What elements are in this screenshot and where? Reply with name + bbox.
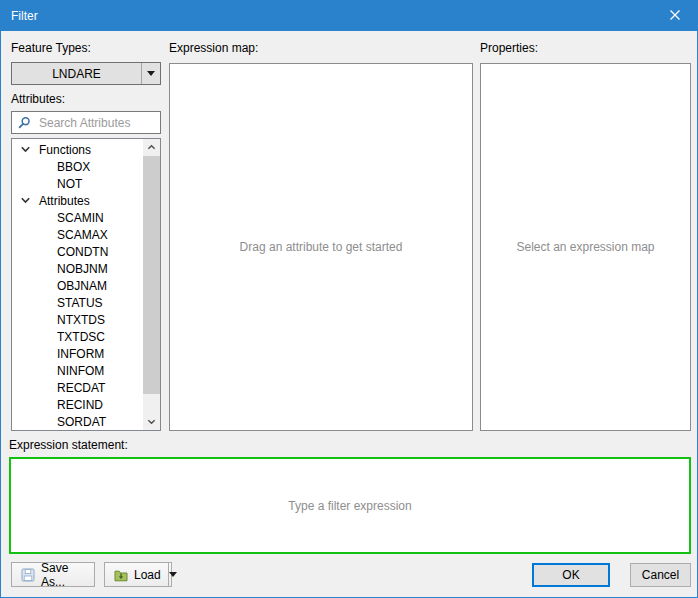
tree-item-attributes[interactable]: Attributes [12,192,160,209]
expression-map-label: Expression map: [169,41,258,55]
tree-item-label: RECIND [57,398,103,412]
tree-item-label: NOBJNM [57,262,108,276]
expression-map-panel[interactable]: Drag an attribute to get started [169,63,473,431]
tree-item-ninfom[interactable]: NINFOM [12,362,160,379]
window-title: Filter [11,1,38,31]
cancel-button[interactable]: Cancel [630,563,691,587]
tree-item-label: Functions [39,143,91,157]
tree-item-label: INFORM [57,347,104,361]
tree-scrollbar[interactable] [143,139,160,430]
attribute-search-box[interactable] [11,111,161,134]
tree-item-objnam[interactable]: OBJNAM [12,277,160,294]
expression-statement-label: Expression statement: [9,438,128,452]
expression-statement-input[interactable]: Type a filter expression [9,457,691,554]
tree-item-ntxtds[interactable]: NTXTDS [12,311,160,328]
tree-item-nobjnm[interactable]: NOBJNM [12,260,160,277]
filter-dialog: Filter Feature Types: LNDARE Attributes:… [0,0,698,598]
tree-item-bbox[interactable]: BBOX [12,158,160,175]
chevron-down-icon [169,572,177,577]
properties-placeholder: Select an expression map [516,240,654,254]
load-folder-icon [114,568,128,582]
scroll-down-button[interactable] [143,413,160,430]
close-button[interactable] [652,1,697,31]
combo-dropdown-zone[interactable] [141,63,160,84]
tree-item-label: Attributes [39,194,90,208]
tree-item-label: STATUS [57,296,103,310]
tree-item-label: OBJNAM [57,279,107,293]
tree-item-label: CONDTN [57,245,108,259]
attributes-label: Attributes: [11,92,65,106]
expression-statement-placeholder: Type a filter expression [288,499,411,513]
load-dropdown-button[interactable] [168,563,177,586]
tree-item-sordat[interactable]: SORDAT [12,413,160,430]
feature-types-label: Feature Types: [11,41,91,55]
tree-item-label: NINFOM [57,364,104,378]
load-label: Load [134,568,161,582]
tree-item-label: RECDAT [57,381,105,395]
properties-panel: Select an expression map [480,63,691,431]
chevron-down-icon[interactable] [19,144,32,155]
scrollbar-thumb[interactable] [143,156,160,394]
cancel-label: Cancel [642,568,679,582]
close-icon [669,7,681,25]
tree-item-not[interactable]: NOT [12,175,160,192]
search-input[interactable] [37,115,156,131]
tree-item-condtn[interactable]: CONDTN [12,243,160,260]
tree-item-status[interactable]: STATUS [12,294,160,311]
search-icon [18,116,31,129]
tree-item-label: SCAMIN [57,211,104,225]
tree-item-label: SCAMAX [57,228,108,242]
tree-item-txtdsc[interactable]: TXTDSC [12,328,160,345]
attribute-tree: FunctionsBBOXNOTAttributesSCAMINSCAMAXCO… [11,138,161,431]
save-as-label: Save As... [41,561,85,589]
tree-item-functions[interactable]: Functions [12,141,160,158]
tree-item-scamin[interactable]: SCAMIN [12,209,160,226]
tree-item-recdat[interactable]: RECDAT [12,379,160,396]
tree-item-label: SORDAT [57,415,106,429]
tree-item-scamax[interactable]: SCAMAX [12,226,160,243]
tree-item-list: FunctionsBBOXNOTAttributesSCAMINSCAMAXCO… [12,141,160,430]
save-icon [21,568,35,582]
feature-type-selected-value: LNDARE [12,67,141,81]
expression-map-placeholder: Drag an attribute to get started [240,240,403,254]
tree-item-label: NTXTDS [57,313,105,327]
properties-label: Properties: [480,41,538,55]
titlebar: Filter [1,1,697,31]
tree-item-label: BBOX [57,160,90,174]
load-button[interactable]: Load [104,562,172,587]
ok-button[interactable]: OK [532,563,610,587]
tree-item-recind[interactable]: RECIND [12,396,160,413]
chevron-down-icon[interactable] [19,195,32,206]
tree-item-inform[interactable]: INFORM [12,345,160,362]
chevron-down-icon [147,71,155,76]
feature-type-select[interactable]: LNDARE [11,62,161,85]
tree-item-label: NOT [57,177,82,191]
tree-item-label: TXTDSC [57,330,105,344]
save-as-button[interactable]: Save As... [11,562,95,587]
scroll-up-button[interactable] [143,139,160,156]
ok-label: OK [562,568,579,582]
